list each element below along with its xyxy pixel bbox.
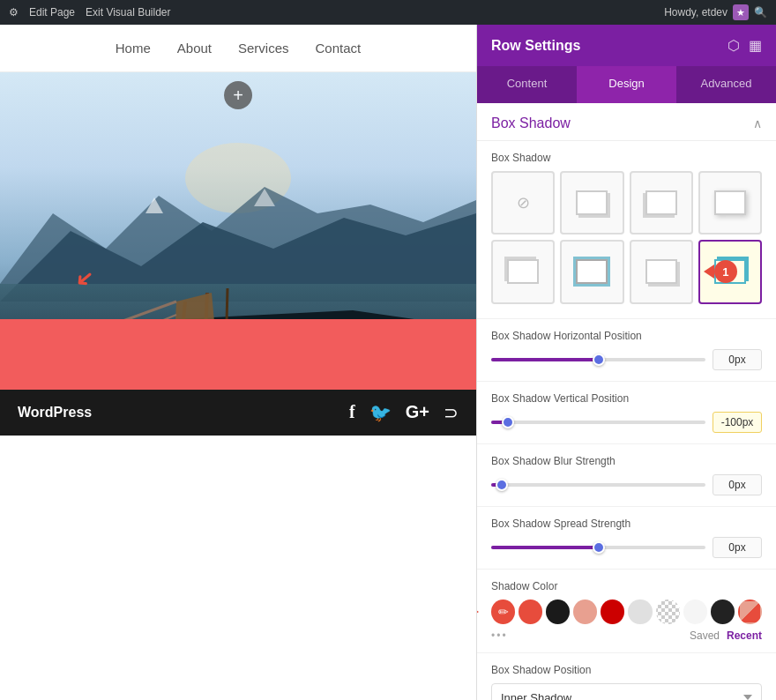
color-swatch-red1[interactable] bbox=[519, 599, 542, 624]
arrow-left-1 bbox=[704, 264, 714, 279]
nav-contact[interactable]: Contact bbox=[316, 41, 362, 56]
blur-slider[interactable] bbox=[491, 476, 705, 494]
badge-1-container: 1 bbox=[704, 260, 737, 283]
arrow-right-4 bbox=[476, 605, 479, 619]
spread-thumb[interactable] bbox=[593, 541, 605, 554]
color-row: 4 ✏ bbox=[491, 599, 762, 624]
shadow-position-field: Box Shadow Position Inner Shadow Outer S… bbox=[477, 653, 776, 701]
vertical-label: Box Shadow Vertical Position bbox=[491, 392, 762, 405]
nav-about[interactable]: About bbox=[177, 41, 212, 56]
googleplus-icon[interactable]: G+ bbox=[406, 402, 429, 423]
rss-icon[interactable]: ⊃ bbox=[444, 402, 459, 423]
dots-more[interactable]: ••• bbox=[491, 629, 508, 642]
shadow-options-grid: ⊘ bbox=[491, 171, 762, 304]
shadow-option-bottom-left[interactable] bbox=[630, 171, 693, 235]
nav-services[interactable]: Services bbox=[238, 41, 289, 56]
color-tabs-row: ••• Saved Recent bbox=[491, 624, 762, 642]
wp-logo-icon[interactable]: ⚙ bbox=[9, 6, 19, 19]
recent-tab[interactable]: Recent bbox=[727, 629, 762, 642]
box-shadow-section-header: Box Shadow ∧ bbox=[477, 103, 776, 141]
settings-panel: Row Settings ⬡ ▦ Content Design Advanced… bbox=[476, 25, 776, 700]
shadow-option-none[interactable]: ⊘ bbox=[491, 171, 555, 235]
shadow-preview-5 bbox=[576, 259, 608, 284]
vertical-track bbox=[491, 421, 705, 424]
color-swatch-gradient[interactable] bbox=[738, 599, 762, 624]
shadow-position-select[interactable]: Inner Shadow Outer Shadow bbox=[491, 683, 762, 701]
shadow-color-field: Shadow Color 4 ✏ bbox=[477, 570, 776, 653]
color-swatch-black2[interactable] bbox=[711, 599, 735, 624]
blur-track bbox=[491, 483, 705, 487]
blur-input[interactable] bbox=[713, 474, 762, 495]
shadow-preview-2 bbox=[645, 190, 677, 215]
hero-section: + bbox=[0, 72, 476, 390]
vertical-position-field: Box Shadow Vertical Position 3 bbox=[477, 382, 776, 444]
box-shadow-label: Box Shadow bbox=[491, 152, 762, 164]
badge-1: 1 bbox=[714, 260, 737, 283]
footer-brand: WordPress bbox=[18, 405, 92, 421]
shadow-option-top-left[interactable] bbox=[491, 240, 555, 303]
shadow-preview-4 bbox=[507, 259, 539, 284]
blur-strength-field: Box Shadow Blur Strength bbox=[477, 444, 776, 507]
grid-icon[interactable]: ▦ bbox=[749, 37, 762, 54]
spread-label: Box Shadow Spread Strength bbox=[491, 518, 762, 530]
spread-fill bbox=[491, 546, 599, 549]
vertical-slider[interactable] bbox=[491, 413, 705, 431]
shadow-option-bottom-right[interactable] bbox=[560, 171, 623, 235]
edit-page-link[interactable]: Edit Page bbox=[29, 6, 75, 19]
tab-bar: Content Design Advanced bbox=[477, 66, 776, 103]
color-swatch-checker[interactable] bbox=[656, 599, 680, 624]
admin-bar: ⚙ Edit Page Exit Visual Builder Howdy, e… bbox=[0, 0, 776, 25]
color-swatch-salmon[interactable] bbox=[573, 599, 597, 624]
footer-social-icons: f 🐦 G+ ⊃ bbox=[349, 402, 459, 423]
horizontal-label: Box Shadow Horizontal Position bbox=[491, 330, 762, 342]
howdy-section: Howdy, etdev ★ 🔍 bbox=[664, 4, 767, 20]
shadow-preview-1 bbox=[576, 190, 608, 215]
color-swatch-black[interactable] bbox=[546, 599, 570, 624]
tab-advanced[interactable]: Advanced bbox=[676, 66, 776, 103]
howdy-text: Howdy, etdev bbox=[664, 6, 728, 19]
panel-header: Row Settings ⬡ ▦ bbox=[477, 25, 776, 66]
shadow-option-diffuse[interactable] bbox=[698, 171, 762, 235]
spread-track bbox=[491, 546, 705, 549]
blur-thumb[interactable] bbox=[496, 479, 508, 491]
horizontal-thumb[interactable] bbox=[593, 354, 605, 366]
horizontal-slider[interactable] bbox=[491, 351, 705, 369]
panel-title: Row Settings bbox=[491, 38, 580, 54]
shadow-color-label: Shadow Color bbox=[491, 580, 762, 592]
color-swatch-darkred[interactable] bbox=[601, 599, 624, 624]
facebook-icon[interactable]: f bbox=[349, 402, 355, 423]
collapse-icon[interactable]: ∧ bbox=[753, 116, 762, 130]
horizontal-input[interactable] bbox=[713, 349, 762, 370]
vertical-thumb[interactable] bbox=[502, 416, 514, 428]
color-swatch-white[interactable] bbox=[683, 599, 707, 624]
nav-home[interactable]: Home bbox=[116, 41, 151, 56]
add-section-button[interactable]: + bbox=[224, 81, 252, 109]
red-section bbox=[0, 319, 476, 390]
saved-tab[interactable]: Saved bbox=[690, 629, 720, 642]
spread-slider[interactable] bbox=[491, 539, 705, 556]
expand-icon[interactable]: ⬡ bbox=[728, 37, 740, 54]
blur-label: Box Shadow Blur Strength bbox=[491, 455, 762, 467]
user-icon: ★ bbox=[733, 4, 749, 20]
horizontal-track bbox=[491, 358, 705, 361]
tab-design[interactable]: Design bbox=[577, 66, 676, 103]
spread-input[interactable] bbox=[713, 537, 762, 558]
spread-strength-field: Box Shadow Spread Strength bbox=[477, 507, 776, 570]
search-icon[interactable]: 🔍 bbox=[754, 6, 767, 19]
panel-header-icons: ⬡ ▦ bbox=[728, 37, 762, 54]
panel-body: Box Shadow ∧ Box Shadow ⊘ bbox=[477, 103, 776, 700]
site-nav: Home About Services Contact bbox=[0, 25, 476, 72]
color-swatch-clear[interactable]: ✏ bbox=[491, 599, 515, 624]
shadow-option-border[interactable] bbox=[560, 240, 623, 303]
shadow-position-label: Box Shadow Position bbox=[491, 664, 762, 676]
tab-content[interactable]: Content bbox=[477, 66, 577, 103]
horizontal-fill bbox=[491, 358, 599, 361]
section-title: Box Shadow bbox=[491, 115, 571, 131]
box-shadow-field: Box Shadow ⊘ bbox=[477, 141, 776, 319]
shadow-option-7[interactable]: 1 bbox=[630, 240, 693, 303]
twitter-icon[interactable]: 🐦 bbox=[369, 402, 392, 423]
color-swatch-lightgrey[interactable] bbox=[628, 599, 652, 624]
site-footer: WordPress f 🐦 G+ ⊃ bbox=[0, 390, 476, 436]
exit-vb-link[interactable]: Exit Visual Builder bbox=[86, 6, 171, 19]
vertical-input[interactable] bbox=[713, 412, 762, 433]
